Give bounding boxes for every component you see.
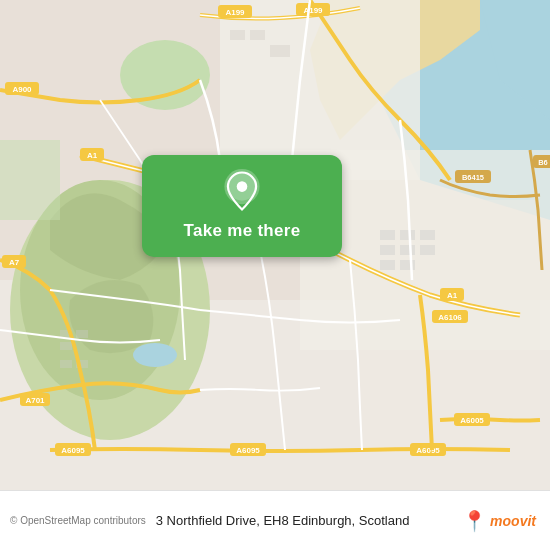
svg-text:A6095: A6095 bbox=[61, 446, 85, 455]
svg-text:A900: A900 bbox=[12, 85, 32, 94]
svg-rect-22 bbox=[380, 230, 395, 240]
svg-rect-32 bbox=[60, 342, 72, 350]
svg-text:A701: A701 bbox=[25, 396, 45, 405]
map-container: A199 A199 A900 A1 A1 A7 A701 A6095 A6095… bbox=[0, 0, 550, 490]
svg-text:A1: A1 bbox=[447, 291, 458, 300]
button-label: Take me there bbox=[184, 221, 301, 241]
svg-text:A1: A1 bbox=[87, 151, 98, 160]
moovit-brand-text: moovit bbox=[490, 513, 536, 529]
svg-text:A199: A199 bbox=[303, 6, 323, 15]
svg-text:B6: B6 bbox=[538, 158, 548, 167]
svg-rect-12 bbox=[0, 140, 60, 220]
svg-point-65 bbox=[237, 181, 248, 192]
svg-text:A6005: A6005 bbox=[460, 416, 484, 425]
moovit-logo: 📍 moovit bbox=[462, 509, 536, 533]
footer: © OpenStreetMap contributors 3 Northfiel… bbox=[0, 490, 550, 550]
svg-text:A199: A199 bbox=[225, 8, 245, 17]
svg-text:B6415: B6415 bbox=[462, 173, 484, 182]
svg-rect-26 bbox=[400, 245, 415, 255]
svg-text:A6095: A6095 bbox=[236, 446, 260, 455]
svg-text:A7: A7 bbox=[9, 258, 20, 267]
location-pin-icon bbox=[220, 169, 264, 213]
location-address: 3 Northfield Drive, EH8 Edinburgh, Scotl… bbox=[146, 513, 462, 528]
moovit-pin-icon: 📍 bbox=[462, 509, 487, 533]
svg-point-10 bbox=[133, 343, 177, 367]
svg-rect-13 bbox=[230, 30, 245, 40]
take-me-there-button[interactable]: Take me there bbox=[142, 155, 342, 257]
svg-rect-29 bbox=[400, 260, 415, 270]
svg-rect-31 bbox=[76, 330, 88, 338]
svg-text:A6095: A6095 bbox=[416, 446, 440, 455]
svg-rect-15 bbox=[270, 45, 290, 57]
svg-rect-14 bbox=[250, 30, 265, 40]
svg-text:A6106: A6106 bbox=[438, 313, 462, 322]
map-attribution: © OpenStreetMap contributors bbox=[10, 515, 146, 526]
svg-rect-25 bbox=[380, 245, 395, 255]
svg-rect-24 bbox=[420, 230, 435, 240]
svg-rect-23 bbox=[400, 230, 415, 240]
svg-rect-28 bbox=[380, 260, 395, 270]
svg-rect-33 bbox=[60, 360, 72, 368]
svg-rect-27 bbox=[420, 245, 435, 255]
